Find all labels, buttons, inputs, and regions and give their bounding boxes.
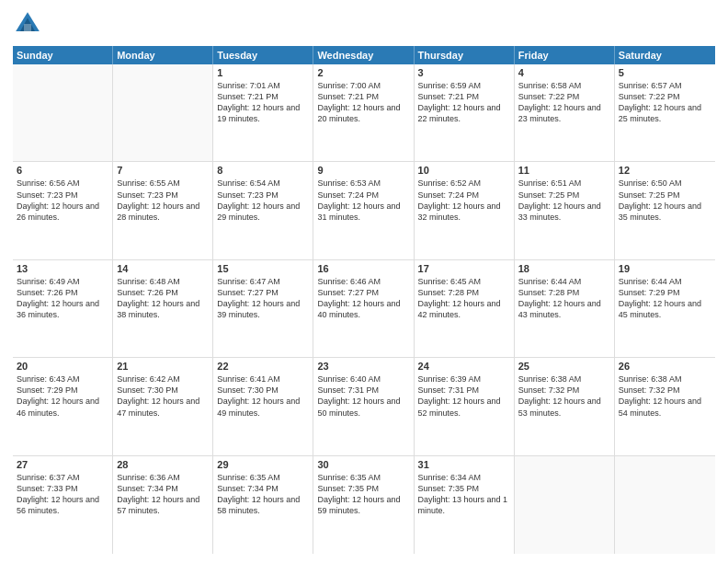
calendar-day-27: 27Sunrise: 6:37 AM Sunset: 7:33 PM Dayli… [13, 456, 113, 554]
day-number: 17 [418, 263, 510, 274]
svg-rect-2 [24, 24, 31, 31]
calendar-day-13: 13Sunrise: 6:49 AM Sunset: 7:26 PM Dayli… [13, 260, 113, 357]
day-info: Sunrise: 6:38 AM Sunset: 7:32 PM Dayligh… [518, 373, 610, 419]
day-info: Sunrise: 6:57 AM Sunset: 7:22 PM Dayligh… [619, 80, 711, 125]
calendar-day-23: 23Sunrise: 6:40 AM Sunset: 7:31 PM Dayli… [313, 358, 414, 454]
day-number: 4 [518, 67, 610, 78]
day-number: 20 [17, 361, 108, 372]
day-info: Sunrise: 6:35 AM Sunset: 7:35 PM Dayligh… [317, 472, 409, 517]
weekday-header-thursday: Thursday [415, 46, 515, 64]
day-info: Sunrise: 6:55 AM Sunset: 7:23 PM Dayligh… [117, 178, 209, 223]
day-info: Sunrise: 6:47 AM Sunset: 7:27 PM Dayligh… [217, 276, 309, 321]
calendar-day-10: 10Sunrise: 6:52 AM Sunset: 7:24 PM Dayli… [415, 162, 515, 259]
header [13, 9, 715, 39]
calendar-week-4: 20Sunrise: 6:43 AM Sunset: 7:29 PM Dayli… [13, 358, 715, 455]
calendar-day-19: 19Sunrise: 6:44 AM Sunset: 7:29 PM Dayli… [615, 260, 715, 357]
day-info: Sunrise: 6:46 AM Sunset: 7:27 PM Dayligh… [317, 276, 409, 321]
calendar-week-2: 6Sunrise: 6:56 AM Sunset: 7:23 PM Daylig… [13, 162, 715, 259]
weekday-header-friday: Friday [515, 46, 615, 64]
day-number: 25 [518, 361, 610, 372]
calendar-day-1: 1Sunrise: 7:01 AM Sunset: 7:21 PM Daylig… [213, 64, 313, 161]
calendar-day-empty [615, 456, 715, 554]
day-number: 12 [619, 165, 711, 176]
day-number: 30 [317, 459, 409, 470]
calendar-day-22: 22Sunrise: 6:41 AM Sunset: 7:30 PM Dayli… [213, 358, 313, 454]
calendar-body: 1Sunrise: 7:01 AM Sunset: 7:21 PM Daylig… [13, 64, 715, 554]
day-number: 18 [518, 263, 610, 274]
day-number: 11 [518, 165, 610, 176]
day-info: Sunrise: 6:48 AM Sunset: 7:26 PM Dayligh… [117, 276, 209, 321]
calendar-day-5: 5Sunrise: 6:57 AM Sunset: 7:22 PM Daylig… [615, 64, 715, 161]
day-info: Sunrise: 6:54 AM Sunset: 7:23 PM Dayligh… [217, 178, 309, 223]
calendar-week-3: 13Sunrise: 6:49 AM Sunset: 7:26 PM Dayli… [13, 260, 715, 358]
day-info: Sunrise: 6:43 AM Sunset: 7:29 PM Dayligh… [17, 373, 108, 419]
calendar-day-14: 14Sunrise: 6:48 AM Sunset: 7:26 PM Dayli… [113, 260, 213, 357]
calendar-day-20: 20Sunrise: 6:43 AM Sunset: 7:29 PM Dayli… [13, 358, 113, 454]
calendar-day-24: 24Sunrise: 6:39 AM Sunset: 7:31 PM Dayli… [415, 358, 515, 454]
weekday-header-monday: Monday [113, 46, 213, 64]
day-number: 14 [117, 263, 209, 274]
calendar-day-25: 25Sunrise: 6:38 AM Sunset: 7:32 PM Dayli… [515, 358, 615, 454]
day-info: Sunrise: 6:39 AM Sunset: 7:31 PM Dayligh… [418, 373, 510, 419]
day-number: 8 [217, 165, 309, 176]
day-info: Sunrise: 6:41 AM Sunset: 7:30 PM Dayligh… [217, 373, 309, 419]
day-number: 3 [418, 67, 510, 78]
calendar-day-empty [515, 456, 615, 554]
calendar-day-15: 15Sunrise: 6:47 AM Sunset: 7:27 PM Dayli… [213, 260, 313, 357]
calendar-day-7: 7Sunrise: 6:55 AM Sunset: 7:23 PM Daylig… [113, 162, 213, 259]
calendar-day-30: 30Sunrise: 6:35 AM Sunset: 7:35 PM Dayli… [313, 456, 414, 554]
day-info: Sunrise: 6:37 AM Sunset: 7:33 PM Dayligh… [17, 472, 108, 517]
calendar-day-31: 31Sunrise: 6:34 AM Sunset: 7:35 PM Dayli… [415, 456, 515, 554]
calendar-day-2: 2Sunrise: 7:00 AM Sunset: 7:21 PM Daylig… [313, 64, 414, 161]
day-info: Sunrise: 6:53 AM Sunset: 7:24 PM Dayligh… [317, 178, 409, 223]
page: SundayMondayTuesdayWednesdayThursdayFrid… [0, 0, 728, 563]
day-info: Sunrise: 6:56 AM Sunset: 7:23 PM Dayligh… [17, 178, 108, 223]
calendar-day-4: 4Sunrise: 6:58 AM Sunset: 7:22 PM Daylig… [515, 64, 615, 161]
day-info: Sunrise: 6:38 AM Sunset: 7:32 PM Dayligh… [619, 373, 711, 419]
calendar-day-3: 3Sunrise: 6:59 AM Sunset: 7:21 PM Daylig… [415, 64, 515, 161]
day-info: Sunrise: 6:58 AM Sunset: 7:22 PM Dayligh… [518, 80, 610, 125]
day-number: 29 [217, 459, 309, 470]
day-number: 31 [418, 459, 510, 470]
calendar-day-17: 17Sunrise: 6:45 AM Sunset: 7:28 PM Dayli… [415, 260, 515, 357]
calendar-day-29: 29Sunrise: 6:35 AM Sunset: 7:34 PM Dayli… [213, 456, 313, 554]
calendar-header: SundayMondayTuesdayWednesdayThursdayFrid… [13, 46, 715, 64]
day-info: Sunrise: 6:34 AM Sunset: 7:35 PM Dayligh… [418, 472, 510, 517]
day-info: Sunrise: 6:42 AM Sunset: 7:30 PM Dayligh… [117, 373, 209, 419]
calendar-day-12: 12Sunrise: 6:50 AM Sunset: 7:25 PM Dayli… [615, 162, 715, 259]
day-number: 19 [619, 263, 711, 274]
day-info: Sunrise: 6:35 AM Sunset: 7:34 PM Dayligh… [217, 472, 309, 517]
calendar-week-1: 1Sunrise: 7:01 AM Sunset: 7:21 PM Daylig… [13, 64, 715, 162]
calendar-day-16: 16Sunrise: 6:46 AM Sunset: 7:27 PM Dayli… [313, 260, 414, 357]
day-number: 2 [317, 67, 409, 78]
logo [13, 9, 46, 39]
day-number: 1 [217, 67, 309, 78]
calendar-day-28: 28Sunrise: 6:36 AM Sunset: 7:34 PM Dayli… [113, 456, 213, 554]
calendar-day-18: 18Sunrise: 6:44 AM Sunset: 7:28 PM Dayli… [515, 260, 615, 357]
day-number: 27 [17, 459, 108, 470]
calendar-day-6: 6Sunrise: 6:56 AM Sunset: 7:23 PM Daylig… [13, 162, 113, 259]
day-number: 9 [317, 165, 409, 176]
day-info: Sunrise: 6:50 AM Sunset: 7:25 PM Dayligh… [619, 178, 711, 223]
day-number: 15 [217, 263, 309, 274]
day-number: 24 [418, 361, 510, 372]
day-number: 26 [619, 361, 711, 372]
weekday-header-wednesday: Wednesday [313, 46, 414, 64]
day-number: 10 [418, 165, 510, 176]
day-info: Sunrise: 6:40 AM Sunset: 7:31 PM Dayligh… [317, 373, 409, 419]
day-number: 23 [317, 361, 409, 372]
day-number: 22 [217, 361, 309, 372]
day-number: 21 [117, 361, 209, 372]
calendar-day-21: 21Sunrise: 6:42 AM Sunset: 7:30 PM Dayli… [113, 358, 213, 454]
day-info: Sunrise: 6:49 AM Sunset: 7:26 PM Dayligh… [17, 276, 108, 321]
day-info: Sunrise: 6:36 AM Sunset: 7:34 PM Dayligh… [117, 472, 209, 517]
calendar-day-9: 9Sunrise: 6:53 AM Sunset: 7:24 PM Daylig… [313, 162, 414, 259]
calendar-day-8: 8Sunrise: 6:54 AM Sunset: 7:23 PM Daylig… [213, 162, 313, 259]
logo-icon [13, 9, 42, 39]
day-number: 28 [117, 459, 209, 470]
calendar-week-5: 27Sunrise: 6:37 AM Sunset: 7:33 PM Dayli… [13, 456, 715, 554]
day-info: Sunrise: 6:52 AM Sunset: 7:24 PM Dayligh… [418, 178, 510, 223]
day-number: 5 [619, 67, 711, 78]
calendar-day-empty [13, 64, 113, 161]
day-info: Sunrise: 6:51 AM Sunset: 7:25 PM Dayligh… [518, 178, 610, 223]
